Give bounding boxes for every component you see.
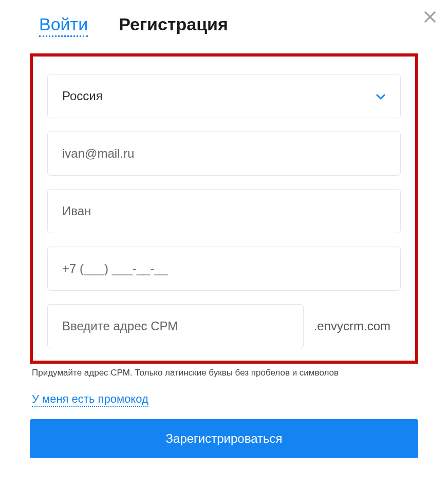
register-button[interactable]: Зарегистрироваться bbox=[30, 419, 418, 458]
chevron-down-icon bbox=[376, 89, 386, 103]
registration-modal: Войти Регистрация Россия .envycrm.com Пр… bbox=[0, 0, 448, 488]
phone-input[interactable] bbox=[47, 247, 401, 291]
crm-domain-suffix: .envycrm.com bbox=[304, 304, 401, 348]
crm-hint-text: Придумайте адрес СРМ. Только латинские б… bbox=[32, 368, 418, 378]
close-icon bbox=[422, 9, 438, 25]
name-input[interactable] bbox=[47, 189, 401, 233]
promo-code-link[interactable]: У меня есть промокод bbox=[32, 392, 148, 407]
crm-address-row: .envycrm.com bbox=[47, 304, 401, 348]
country-select[interactable]: Россия bbox=[47, 74, 401, 118]
country-value: Россия bbox=[62, 89, 103, 103]
tab-register: Регистрация bbox=[119, 14, 228, 34]
registration-form: Россия .envycrm.com bbox=[30, 53, 418, 364]
tab-login[interactable]: Войти bbox=[39, 14, 88, 37]
email-input[interactable] bbox=[47, 132, 401, 176]
crm-address-input[interactable] bbox=[47, 304, 304, 348]
auth-tabs: Войти Регистрация bbox=[39, 14, 418, 37]
close-button[interactable] bbox=[422, 9, 438, 27]
